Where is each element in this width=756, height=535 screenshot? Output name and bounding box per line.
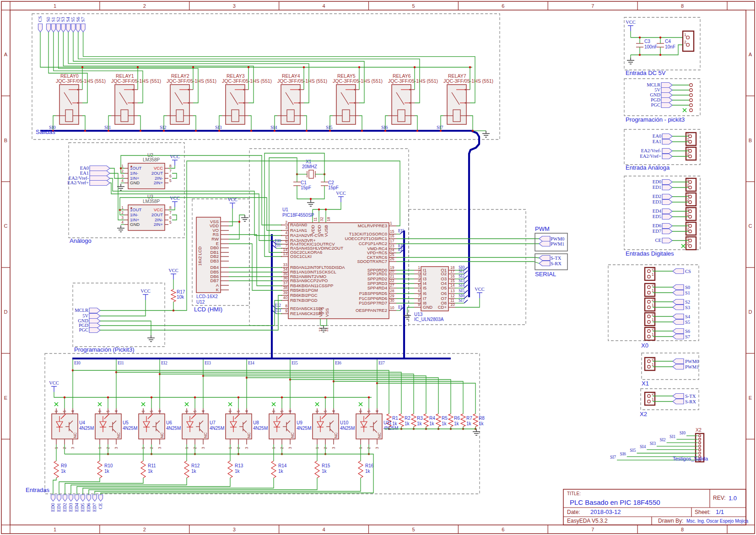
connector-2pin[interactable]: 21 [645, 283, 655, 296]
resistor-r9[interactable]: R91k [54, 461, 67, 478]
cap-c2[interactable]: C215pF [321, 180, 339, 190]
relay-body[interactable] [115, 85, 134, 124]
cap-c1[interactable]: C115pF [293, 180, 311, 190]
opto-u4[interactable]: 654123NCU44N25M [52, 408, 94, 449]
resistor-icon[interactable] [473, 414, 478, 427]
net-flag[interactable] [76, 24, 80, 32]
serial-flag-S-TX[interactable]: S-TX [539, 256, 562, 261]
net-flag[interactable] [63, 495, 67, 501]
opto-u9[interactable]: 654123NCU94N25M [269, 408, 311, 449]
connector-2pin[interactable]: 12 [686, 146, 696, 160]
net-flag[interactable] [673, 399, 684, 404]
net-flag[interactable] [662, 194, 672, 199]
output-select-flag-S3[interactable]: S3 [60, 17, 65, 32]
net-flag[interactable] [662, 214, 672, 219]
pickit-flag-5V[interactable]: 5V [82, 313, 100, 319]
net-flag[interactable] [661, 103, 672, 108]
analog-flag-0[interactable]: EA0 [80, 166, 110, 171]
relay-body[interactable] [59, 85, 79, 124]
net-flag[interactable] [47, 24, 51, 32]
net-flag[interactable] [38, 24, 43, 32]
input-flag-ED1[interactable]: ED1 [56, 495, 61, 512]
resistor-icon[interactable] [399, 414, 404, 427]
net-flag[interactable] [56, 24, 60, 32]
resistor-r17[interactable]: R1710k [171, 279, 185, 310]
analog-in-flag-EA2/Vref-[interactable]: EA2/Vref- [641, 148, 672, 154]
resistor-icon[interactable] [461, 414, 465, 427]
connector-2pin[interactable]: 12 [686, 207, 696, 220]
output-select-flag-S0[interactable]: S0 [46, 17, 51, 32]
resistor-icon[interactable] [97, 461, 102, 478]
net-flag[interactable] [539, 241, 550, 246]
digital-in-flag-ED2[interactable]: ED2 [653, 194, 672, 199]
net-flag[interactable] [673, 394, 684, 399]
resistor-r10[interactable]: R101k [97, 461, 113, 478]
net-flag[interactable] [66, 24, 70, 32]
resistor-r15[interactable]: R151k [315, 461, 330, 478]
resistor-r16[interactable]: R161k [358, 461, 374, 478]
x0-flag-CS[interactable]: CS [673, 269, 691, 274]
resistor-r5[interactable]: R51k [436, 414, 448, 427]
net-flag[interactable] [662, 224, 672, 229]
net-flag[interactable] [61, 24, 65, 32]
relay-body[interactable] [170, 85, 189, 124]
digital-in-flag-ED3[interactable]: ED3 [653, 199, 672, 205]
relay-relay0[interactable]: RELAY0JQC-3FF/05-1HS (551)SI0 [49, 73, 106, 130]
crystal-x1[interactable]: X120MHZ [302, 159, 317, 178]
connector-2pin[interactable]: 21 [645, 326, 655, 340]
pwm-flag-PWM1[interactable]: PWM1 [539, 241, 564, 247]
net-flag[interactable] [51, 495, 55, 501]
net-flag[interactable] [89, 308, 100, 313]
net-flag[interactable] [673, 305, 684, 310]
output-select-flag-S5[interactable]: S5 [70, 17, 76, 32]
net-flag[interactable] [661, 83, 672, 88]
resistor-r7[interactable]: R71k [461, 414, 472, 427]
input-flag-ED4[interactable]: ED4 [74, 495, 79, 512]
opamp-u2[interactable]: U2LM358P11OUT21IN-31IN+4GND8VCC72OUT62IN… [121, 153, 172, 189]
x0-flag-S0[interactable]: S0 [673, 285, 690, 290]
net-flag[interactable] [89, 328, 100, 333]
pickit3-flag-PGC[interactable]: PGC [651, 102, 672, 108]
net-flag[interactable] [662, 185, 672, 190]
net-flag[interactable] [90, 176, 110, 181]
x0-flag-S7[interactable]: S7 [673, 334, 690, 340]
output-select-flag-CS[interactable]: CS [38, 16, 43, 32]
relay-relay4[interactable]: RELAY4JQC-3FF/05-1HS (551)SI4 [270, 73, 327, 130]
x1-flag-PWM1[interactable]: PWM1 [673, 364, 699, 370]
resistor-icon[interactable] [424, 414, 428, 427]
x1-flag-PWM0[interactable]: PWM0 [673, 359, 699, 364]
connector-pin[interactable] [690, 104, 692, 107]
net-flag[interactable] [90, 181, 110, 186]
x0-flag-S2[interactable]: S2 [673, 300, 690, 305]
output-select-flag-S2[interactable]: S2 [56, 17, 61, 32]
x0-flag-S6[interactable]: S6 [673, 329, 690, 334]
connector-pin[interactable] [690, 89, 692, 91]
resistor-icon[interactable] [411, 414, 416, 427]
x0-flag-S5[interactable]: S5 [673, 320, 690, 325]
net-flag[interactable] [539, 261, 550, 266]
pickit3-flag-5V[interactable]: 5V [654, 87, 672, 93]
net-flag[interactable] [57, 495, 61, 501]
net-flag[interactable] [673, 329, 684, 334]
connector-2pin[interactable]: 12 [686, 177, 696, 191]
analog-in-flag-EA1[interactable]: EA1 [653, 139, 672, 144]
resistor-icon[interactable] [271, 461, 276, 478]
net-flag[interactable] [93, 495, 97, 501]
net-flag[interactable] [662, 200, 672, 205]
resistor-icon[interactable] [315, 461, 319, 478]
net-flag[interactable] [89, 314, 100, 319]
net-flag[interactable] [81, 24, 85, 32]
resistor-icon[interactable] [228, 461, 232, 478]
digital-in-flag-ED0[interactable]: ED0 [653, 179, 672, 185]
relay-body[interactable] [226, 85, 245, 124]
connector-pin[interactable] [690, 84, 692, 86]
x2-flag-S-RX[interactable]: S-RX [673, 399, 696, 405]
net-flag[interactable] [673, 320, 684, 325]
net-flag[interactable] [87, 495, 91, 501]
relay-relay6[interactable]: RELAY6JQC-3FF/05-1HS (551)SI6 [381, 73, 438, 130]
resistor-r8[interactable]: R81k [473, 414, 485, 427]
resistor-icon[interactable] [184, 461, 189, 478]
pickit-flag-PGC[interactable]: PGC [79, 327, 100, 333]
net-flag[interactable] [51, 24, 55, 32]
net-flag[interactable] [539, 256, 550, 261]
